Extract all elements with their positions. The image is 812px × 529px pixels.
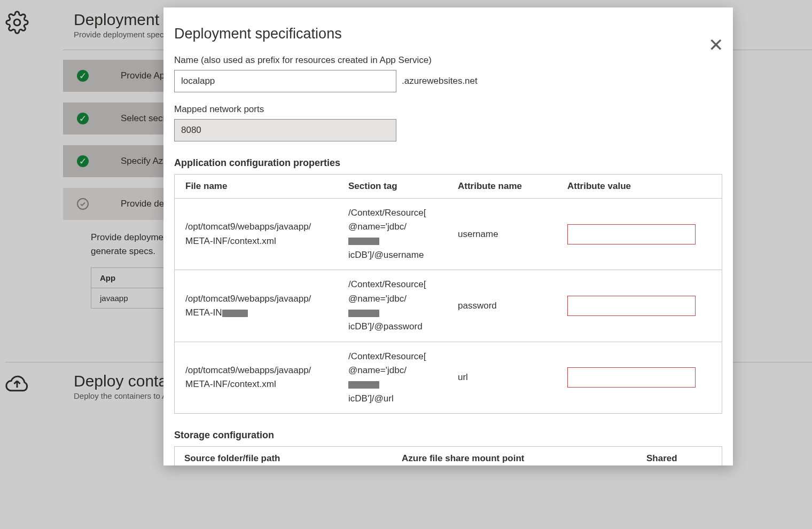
domain-suffix: .azurewebsites.net [402,76,478,86]
col-tag: Section tag [338,175,447,198]
cell-attr: username [447,220,557,249]
storage-table: Source folder/file path Azure file share… [174,446,722,465]
panel-title: Deployment specifications [174,26,722,42]
cell-tag: /Context/Resource[@name='jdbc/icDB']/@us… [338,199,447,270]
appconfig-row: /opt/tomcat9/webapps/javaapp/META-INF/co… [175,342,722,413]
ports-label: Mapped network ports [174,104,722,115]
cell-file: /opt/tomcat9/webapps/javaapp/META-INF/co… [175,356,338,399]
redacted-text [348,310,379,317]
close-button[interactable]: ✕ [708,34,723,56]
col-val: Attribute value [557,175,722,198]
cell-attr: password [447,291,557,320]
redacted-text [222,310,248,317]
col-file: File name [175,175,338,198]
attr-value-input[interactable] [567,224,696,244]
cell-val [557,217,722,252]
attr-value-input[interactable] [567,367,696,388]
appconfig-header: File name Section tag Attribute name Att… [175,175,722,199]
deployment-spec-panel: ✕ Deployment specifications Name (also u… [163,7,733,465]
name-label: Name (also used as prefix for resources … [174,55,722,66]
cell-attr: url [447,363,557,392]
cell-file: /opt/tomcat9/webapps/javaapp/META-IN [175,285,338,328]
appconfig-title: Application configuration properties [174,157,722,174]
cell-val [557,360,722,395]
storage-header: Source folder/file path Azure file share… [175,447,722,465]
cell-tag: /Context/Resource[@name='jdbc/icDB']/@ur… [338,342,447,413]
ports-input [174,119,396,141]
col-shared: Shared [637,447,722,465]
close-icon: ✕ [708,35,723,55]
storage-title: Storage configuration [174,430,722,446]
cell-tag: /Context/Resource[@name='jdbc/icDB']/@pa… [338,270,447,341]
appconfig-row: /opt/tomcat9/webapps/javaapp/META-INF/co… [175,199,722,270]
col-mnt: Azure file share mount point [392,447,637,465]
col-src: Source folder/file path [175,447,392,465]
cell-val [557,288,722,323]
appconfig-row: /opt/tomcat9/webapps/javaapp/META-IN /Co… [175,270,722,342]
col-attr: Attribute name [447,175,557,198]
cell-file: /opt/tomcat9/webapps/javaapp/META-INF/co… [175,212,338,256]
redacted-text [348,238,379,245]
attr-value-input[interactable] [567,296,696,316]
appconfig-table: File name Section tag Attribute name Att… [174,174,722,414]
redacted-text [348,381,379,389]
name-input[interactable] [174,70,396,92]
